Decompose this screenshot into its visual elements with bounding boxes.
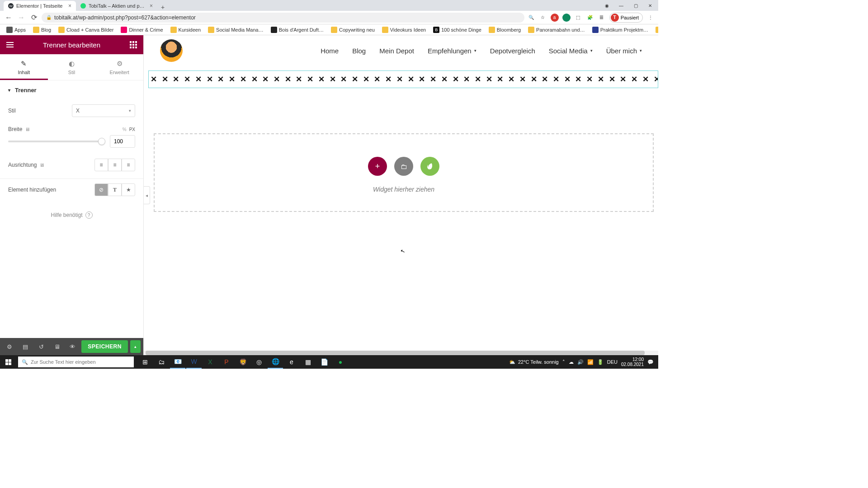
site-logo[interactable]: [160, 39, 183, 62]
minimize-button[interactable]: —: [615, 1, 627, 10]
forward-button[interactable]: →: [16, 13, 26, 23]
slider-thumb[interactable]: [98, 138, 105, 145]
tray-battery-icon[interactable]: 🔋: [597, 359, 604, 365]
nav-item-empfehlungen[interactable]: Empfehlungen▾: [428, 47, 476, 55]
bookmark-item[interactable]: Kursideen: [168, 26, 204, 34]
nav-item-about[interactable]: Über mich▾: [606, 47, 642, 55]
history-button[interactable]: ↺: [34, 340, 48, 353]
nav-item-home[interactable]: Home: [321, 47, 339, 55]
taskbar-clock[interactable]: 12:00 02.08.2021: [621, 357, 644, 367]
extension-icon[interactable]: [562, 14, 571, 22]
style-select[interactable]: X ▾: [72, 104, 135, 117]
collapse-sidebar-handle[interactable]: ◂: [144, 186, 150, 204]
add-text-button[interactable]: T: [108, 183, 122, 196]
envato-button[interactable]: [420, 157, 439, 176]
save-options-button[interactable]: ▴: [130, 340, 141, 353]
add-section-button[interactable]: +: [368, 157, 387, 176]
extension-icon[interactable]: a: [551, 14, 559, 22]
bookmark-item[interactable]: Dinner & Crime: [118, 26, 165, 34]
add-none-button[interactable]: ⊘: [94, 183, 108, 196]
align-right-button[interactable]: ≡: [122, 159, 135, 171]
width-slider[interactable]: [8, 141, 105, 142]
tray-chevron-icon[interactable]: ˄: [562, 359, 565, 365]
scrollbar-thumb[interactable]: [146, 351, 645, 355]
account-icon[interactable]: ◉: [600, 1, 613, 10]
profile-badge[interactable]: T Pausiert: [609, 13, 643, 23]
taskbar-app-word[interactable]: W: [186, 355, 202, 369]
preview-button[interactable]: 👁: [66, 340, 80, 353]
bookmark-item[interactable]: Praktikum Projektm…: [590, 26, 651, 34]
responsive-button[interactable]: 🖥: [50, 340, 64, 353]
browser-tab-active[interactable]: W Elementor | Testseite ×: [4, 1, 76, 11]
tray-wifi-icon[interactable]: 📶: [587, 359, 594, 365]
taskbar-app-spotify[interactable]: ●: [333, 355, 348, 369]
align-left-button[interactable]: ≡: [94, 159, 108, 171]
align-center-button[interactable]: ≡: [108, 159, 122, 171]
bookmark-item[interactable]: Copywriting neu: [328, 26, 377, 34]
nav-item-depotvergleich[interactable]: Depotvergleich: [490, 47, 535, 55]
taskbar-app-brave[interactable]: 🦁: [235, 355, 250, 369]
bookmark-item[interactable]: Social Media Mana…: [205, 26, 266, 34]
section-toggle-trenner[interactable]: ▾ Trenner: [0, 80, 143, 100]
bookmark-item[interactable]: Cload + Canva Bilder: [56, 26, 116, 34]
close-icon[interactable]: ×: [150, 3, 153, 9]
tab-advanced[interactable]: ⚙ Erweitert: [95, 54, 143, 80]
help-link[interactable]: Hilfe benötigt ?: [0, 201, 143, 230]
tray-onedrive-icon[interactable]: ☁: [569, 359, 574, 365]
nav-item-depot[interactable]: Mein Depot: [379, 47, 414, 55]
widgets-panel-button[interactable]: [128, 39, 139, 50]
taskbar-app-edge[interactable]: e: [284, 355, 299, 369]
taskbar-app-explorer[interactable]: 🗂: [154, 355, 169, 369]
empty-section-dropzone[interactable]: + 🗀 Widget hierher ziehen: [154, 133, 654, 212]
taskbar-weather[interactable]: ⛅ 22°C Teilw. sonnig: [509, 359, 559, 365]
tab-content[interactable]: ✎ Inhalt: [0, 54, 48, 80]
bookmark-item[interactable]: Videokurs Ideen: [379, 26, 429, 34]
zoom-icon[interactable]: 🔍: [527, 14, 535, 22]
start-button[interactable]: [0, 359, 16, 365]
address-bar[interactable]: 🔒 tobitalk.at/wp-admin/post.php?post=627…: [42, 13, 524, 23]
unit-percent[interactable]: %: [123, 127, 127, 132]
bookmark-item[interactable]: Bloomberg: [486, 26, 524, 34]
extensions-menu-icon[interactable]: 🧩: [586, 14, 594, 22]
unit-pixel[interactable]: PX: [129, 127, 135, 132]
save-button[interactable]: SPEICHERN: [81, 340, 128, 353]
task-view-button[interactable]: ⊞: [137, 355, 153, 369]
taskbar-search[interactable]: 🔍 Zur Suche Text hier eingeben: [18, 357, 134, 367]
taskbar-app-obs[interactable]: ◎: [251, 355, 267, 369]
editor-canvas[interactable]: Home Blog Mein Depot Empfehlungen▾ Depot…: [144, 35, 658, 355]
reading-list-icon[interactable]: ☰: [598, 14, 606, 22]
bookmark-item[interactable]: Blog: [30, 26, 54, 34]
browser-tab[interactable]: TobiTalk – Aktien und persönliche… ×: [76, 1, 157, 11]
taskbar-app-mail[interactable]: 📧: [170, 355, 185, 369]
taskbar-app-chrome[interactable]: 🌐: [268, 355, 283, 369]
bookmark-item[interactable]: Bois d'Argent Duft…: [268, 26, 326, 34]
horizontal-scrollbar[interactable]: [144, 351, 658, 355]
add-icon-button[interactable]: ★: [122, 183, 135, 196]
menu-button[interactable]: [5, 39, 15, 50]
taskbar-app-excel[interactable]: X: [203, 355, 218, 369]
bookmark-item[interactable]: Panoramabahn und…: [525, 26, 588, 34]
taskbar-app-notepad[interactable]: 📄: [316, 355, 332, 369]
close-icon[interactable]: ×: [68, 3, 71, 9]
nav-item-blog[interactable]: Blog: [352, 47, 366, 55]
navigator-button[interactable]: ▤: [19, 340, 33, 353]
tray-language[interactable]: DEU: [607, 359, 618, 365]
taskbar-app-powerpoint[interactable]: P: [219, 355, 234, 369]
apps-shortcut[interactable]: Apps: [4, 26, 28, 34]
action-center-icon[interactable]: 💬: [647, 359, 654, 365]
nav-item-social[interactable]: Social Media▾: [549, 47, 593, 55]
bookmark-item[interactable]: B100 schöne Dinge: [430, 26, 484, 34]
maximize-button[interactable]: ▢: [629, 1, 642, 10]
divider-widget-selected[interactable]: ✕ ✕ ✕ ✕ ✕ ✕ ✕ ✕ ✕ ✕ ✕ ✕ ✕ ✕ ✕ ✕ ✕ ✕ ✕ ✕ …: [148, 70, 658, 88]
desktop-icon[interactable]: 🖥: [39, 162, 44, 168]
new-tab-button[interactable]: +: [157, 4, 168, 11]
taskbar-app-generic[interactable]: ▦: [300, 355, 316, 369]
reload-button[interactable]: ⟳: [29, 13, 39, 23]
width-input[interactable]: 100: [110, 135, 135, 148]
settings-button[interactable]: ⚙: [3, 340, 17, 353]
close-window-button[interactable]: ✕: [644, 1, 656, 10]
tray-volume-icon[interactable]: 🔊: [577, 359, 584, 365]
desktop-icon[interactable]: 🖥: [25, 127, 30, 132]
bookmark-item[interactable]: Praktikum WU: [653, 26, 658, 34]
tab-style[interactable]: ◐ Stil: [48, 54, 96, 80]
